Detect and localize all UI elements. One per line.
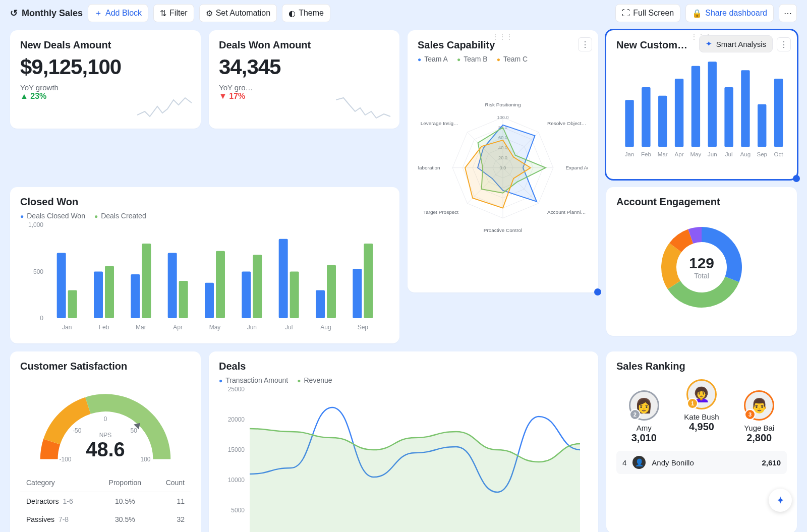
share-button[interactable]: 🔒Share dashboard <box>685 4 774 22</box>
cell-cat: Promoters 9-10 <box>20 528 97 532</box>
kpi-new-deals[interactable]: New Deals Amount $9,125,100 YoY growth ▲… <box>10 30 201 129</box>
rank-badge: 3 <box>744 409 756 420</box>
svg-rect-40 <box>774 79 783 147</box>
svg-text:48.6: 48.6 <box>86 438 125 460</box>
svg-text:Jan: Jan <box>625 151 635 157</box>
svg-text:Jul: Jul <box>725 151 733 157</box>
kpi-delta-val: 17% <box>229 92 245 100</box>
svg-text:5000: 5000 <box>231 507 245 514</box>
theme-button[interactable]: ◐Theme <box>282 4 330 22</box>
svg-rect-54 <box>168 253 177 319</box>
cell-count: 32 <box>152 510 191 528</box>
rank-row-value: 2,610 <box>762 458 781 467</box>
svg-text:May: May <box>690 151 701 157</box>
share-icon: 🔒 <box>692 9 702 18</box>
account-engagement-card[interactable]: Account Engagement 129 Total <box>606 187 797 336</box>
svg-text:Account Planni…: Account Planni… <box>547 209 586 215</box>
card-title: Sales Ranking <box>616 361 787 372</box>
legend-created: Deals Created <box>94 212 146 220</box>
legend-closed-won: Deals Closed Won <box>20 212 85 220</box>
svg-text:10000: 10000 <box>228 477 245 484</box>
svg-text:25000: 25000 <box>228 386 245 393</box>
new-customers-card[interactable]: ⋮⋮⋮ ⋮ ✦Smart Analysis New Custom… JanFeb… <box>606 30 797 179</box>
filter-label: Filter <box>169 9 188 18</box>
more-icon: ⋯ <box>784 9 792 18</box>
rank-item: 👩2 Amy 3,010 <box>629 390 659 444</box>
add-block-label: Add Block <box>105 9 142 18</box>
svg-text:Expand Access: Expand Access <box>565 165 588 170</box>
legend-revenue: Revenue <box>297 376 332 384</box>
card-more-button[interactable]: ⋮ <box>578 37 592 51</box>
sparkline-icon <box>137 94 193 122</box>
svg-rect-22 <box>625 100 633 147</box>
filter-button[interactable]: ⇅Filter <box>153 4 194 22</box>
svg-rect-61 <box>253 255 262 318</box>
card-title: Customer Satisfaction <box>20 361 191 372</box>
svg-rect-36 <box>741 70 750 147</box>
legend-team-b: Team B <box>457 55 488 63</box>
table-row: Passives 7-830.5%32 <box>20 510 191 528</box>
svg-text:15000: 15000 <box>228 446 245 453</box>
card-title: Sales Capability <box>418 39 588 51</box>
col-category: Category <box>20 474 97 492</box>
svg-text:Feb: Feb <box>641 151 651 157</box>
svg-text:1,000: 1,000 <box>28 221 43 228</box>
drag-handle-icon[interactable]: ⋮⋮⋮ <box>492 33 513 40</box>
rank-row-name: Andy Bonillo <box>652 458 694 467</box>
cell-prop: 10.5% <box>97 492 152 511</box>
title-label: Monthly Sales <box>22 8 83 19</box>
sparkle-icon: ✦ <box>776 494 785 506</box>
card-title: Deals <box>219 361 588 372</box>
bar-chart: JanFebMarAprMayJunJulAugSepOct <box>616 55 787 161</box>
rank-value: 2,800 <box>744 432 774 444</box>
svg-text:Aug: Aug <box>320 324 331 331</box>
rank-name: Yuge Bai <box>744 424 774 432</box>
rank-value: 4,950 <box>684 421 719 433</box>
closed-won-card[interactable]: Closed Won Deals Closed Won Deals Create… <box>10 187 399 343</box>
rank-badge: 2 <box>629 409 641 420</box>
svg-rect-30 <box>691 66 700 147</box>
svg-text:Jun: Jun <box>708 151 717 157</box>
smart-analysis-button[interactable]: ✦Smart Analysis <box>699 35 773 52</box>
svg-rect-48 <box>94 272 103 319</box>
svg-text:Aug: Aug <box>740 151 751 157</box>
svg-rect-57 <box>205 283 214 318</box>
rank-number: 4 <box>622 458 626 467</box>
svg-text:-50: -50 <box>73 427 82 434</box>
cell-prop: 30.5% <box>97 510 152 528</box>
svg-text:Jul: Jul <box>285 324 293 331</box>
smart-analysis-label: Smart Analysis <box>716 40 766 48</box>
card-title: New Custom… <box>616 39 697 51</box>
card-more-button[interactable]: ⋮ <box>777 37 791 51</box>
filter-icon: ⇅ <box>160 9 166 18</box>
col-count: Count <box>152 474 191 492</box>
sales-capability-card[interactable]: ⋮⋮⋮ ⋮ Sales Capability Team A Team B Tea… <box>408 30 598 292</box>
selection-handle-icon[interactable] <box>793 175 800 182</box>
svg-text:Jan: Jan <box>62 324 72 331</box>
rank-name: Kate Bush <box>684 412 719 421</box>
automation-button[interactable]: ⚙Set Automation <box>199 4 277 22</box>
rank-badge: 1 <box>687 398 698 409</box>
ai-fab-button[interactable]: ✦ <box>769 489 792 512</box>
svg-rect-58 <box>216 251 225 318</box>
add-block-button[interactable]: ＋Add Block <box>88 4 148 22</box>
deals-card[interactable]: Deals Transaction Amount Revenue 0500010… <box>209 351 598 532</box>
share-label: Share dashboard <box>705 9 767 18</box>
plus-icon: ＋ <box>94 8 102 19</box>
grouped-bar-chart: 05001,000JanFebMarAprMayJunJulAugSep <box>20 220 389 333</box>
sales-ranking-card[interactable]: Sales Ranking 👩2 Amy 3,010 👩‍🦱1 Kate Bus… <box>606 351 797 532</box>
line-chart: 050001000015000200002500002.2002.2102.22… <box>219 384 588 532</box>
satisfaction-table: Category Proportion Count Detractors 1-6… <box>20 474 191 532</box>
radar-chart: Risk PositioningResolve Object…Expand Ac… <box>418 63 588 265</box>
svg-rect-45 <box>57 253 66 319</box>
table-row: Promoters 9-1059%62 <box>20 528 191 532</box>
closed-legend: Deals Closed Won Deals Created <box>20 212 389 220</box>
history-icon: ↺ <box>10 8 18 19</box>
toolbar: ↺ Monthly Sales ＋Add Block ⇅Filter ⚙Set … <box>0 0 807 26</box>
fullscreen-button[interactable]: ⛶Full Screen <box>615 4 680 22</box>
more-button[interactable]: ⋯ <box>779 4 797 22</box>
selection-handle-icon[interactable] <box>594 288 601 295</box>
customer-satisfaction-card[interactable]: Customer Satisfaction -100-50050100NPS48… <box>10 351 201 532</box>
svg-rect-28 <box>675 79 683 147</box>
kpi-deals-won[interactable]: Deals Won Amount 34,345 YoY gro… ▼ 17% <box>209 30 399 129</box>
